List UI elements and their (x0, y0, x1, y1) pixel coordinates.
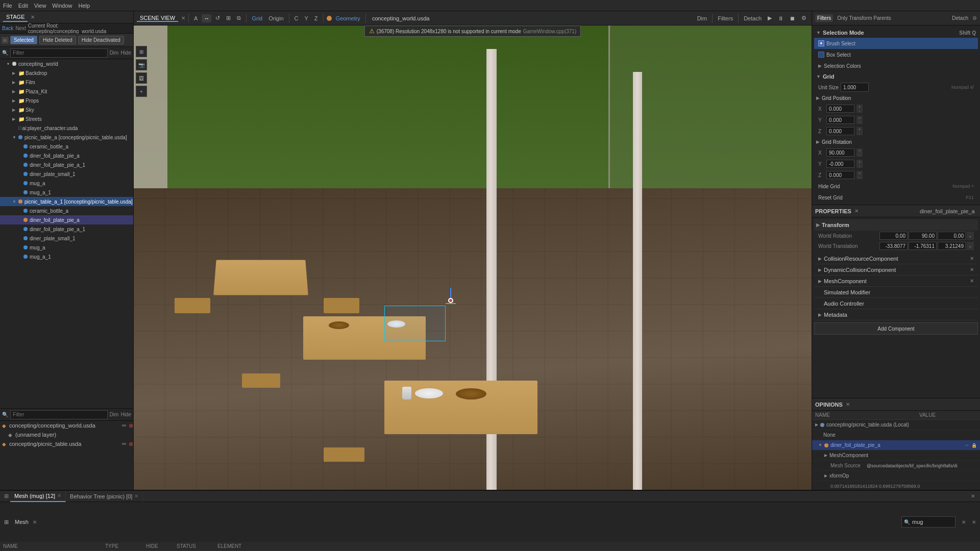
scene-view-tab[interactable]: SCENE VIEW (137, 15, 178, 22)
grid-y-minus[interactable]: - (856, 120, 863, 124)
scene-viewport[interactable]: ⚠ (36708) Resolution 2048x1280 is not su… (134, 26, 812, 490)
tree-item-ceramic2[interactable]: ceramic_bottle_a (0, 206, 133, 215)
comp-mesh[interactable]: ▶ MeshComponent ✕ (814, 276, 978, 287)
mesh-section-close[interactable]: ✕ (33, 519, 37, 525)
opinion-row-5[interactable]: ▶ xformOp (812, 471, 980, 481)
dim-btn[interactable]: Dim (695, 15, 709, 21)
comp-dynamic-coll-close[interactable]: ✕ (970, 267, 974, 272)
scene-view-tab-close[interactable]: ✕ (181, 15, 185, 21)
selection-colors-row[interactable]: ▶ Selection Colors (814, 60, 978, 71)
tree-item-diner1b[interactable]: diner_plate_small_1 (0, 169, 133, 179)
filters-settings-btn[interactable]: ⚙ (972, 15, 977, 21)
grid-rot-z-input[interactable] (826, 171, 854, 179)
grid-z-minus[interactable]: - (856, 131, 863, 135)
transform-btn-move[interactable]: ↔ (202, 14, 211, 22)
tree-item-mug1[interactable]: mug_a (0, 179, 133, 188)
grid-rot-y-input[interactable] (826, 160, 854, 168)
tree-item-mug2a[interactable]: mug_a_1 (0, 252, 133, 261)
filters-label[interactable]: Filters (716, 15, 735, 21)
menu-help[interactable]: Help (78, 3, 90, 9)
tree-item-picnic2[interactable]: ▼ picnic_table_a_1 [concepting/picnic_ta… (0, 197, 133, 206)
wt-z-input[interactable] (938, 242, 966, 250)
filters-title[interactable]: Filters (815, 14, 833, 22)
grid-z-plus[interactable]: + (856, 127, 863, 131)
axis-c-btn[interactable]: C (292, 15, 301, 21)
selection-mode-header[interactable]: ▼ Selection Mode Shift Q (814, 28, 978, 38)
detach-btn[interactable]: Detach (742, 14, 764, 22)
comp-mesh-close[interactable]: ✕ (970, 278, 974, 284)
tree-item-mug1a[interactable]: mug_a_1 (0, 188, 133, 197)
opinion-row-2[interactable]: ▼ diner_foil_plate_pie_a ✏ 🔒 (812, 440, 980, 450)
transform-header[interactable]: ▶ Transform (814, 219, 978, 231)
grid-rotz-minus[interactable]: - (856, 175, 863, 179)
layer-edit-0[interactable]: ✏ (122, 422, 127, 429)
grid-x-minus[interactable]: - (856, 109, 863, 113)
bottom-close-btn[interactable]: ✕ (972, 519, 976, 525)
wr-y-input[interactable] (909, 232, 937, 240)
tree-item-props[interactable]: ▶ 📁 Props (0, 96, 133, 105)
brush-select-row[interactable]: ✦ Brush Select (814, 38, 978, 49)
mesh-tab-close[interactable]: ✕ (57, 493, 61, 498)
geometry-btn[interactable]: Geometry (334, 15, 362, 21)
comp-collision-res-close[interactable]: ✕ (970, 256, 974, 261)
grid-rot-x-input[interactable] (826, 148, 854, 157)
hide-deleted-btn[interactable]: Hide Deleted (39, 36, 76, 44)
grid-rotz-plus[interactable]: + (856, 171, 863, 175)
pause-btn[interactable]: ⏸ (776, 14, 786, 22)
grid-roty-minus[interactable]: - (856, 164, 863, 168)
tree-item-ceramic1[interactable]: ceramic_bottle_a (0, 142, 133, 151)
grid-roty-plus[interactable]: + (856, 160, 863, 164)
grid-pos-header[interactable]: ▶ Grid Position (814, 93, 978, 103)
tree-item-film[interactable]: ▶ 📁 Film (0, 78, 133, 87)
opinion-row-1[interactable]: ▶ None (812, 430, 980, 440)
hide-grid-row[interactable]: Hide Grid Numpad + (814, 181, 978, 192)
opinion-row-3[interactable]: ▶ MeshComponent (812, 450, 980, 461)
mesh-tab[interactable]: Mesh (mug) [12] ✕ (10, 491, 66, 502)
grid-btn[interactable]: Grid (250, 15, 264, 21)
wt-y-input[interactable] (909, 242, 937, 250)
wr-x-input[interactable] (879, 232, 908, 240)
comp-audio[interactable]: ▶ Audio Controller (814, 298, 978, 309)
layer-del-2[interactable]: ⊗ (129, 441, 133, 447)
grid-rotx-minus[interactable]: - (856, 153, 863, 157)
spline-section-header[interactable]: ▼ Spline (814, 203, 978, 205)
hide-deactivated-btn[interactable]: Hide Deactivated (78, 36, 124, 44)
tree-item-mug2[interactable]: mug_a (0, 243, 133, 252)
transform-btn-a[interactable]: A (192, 14, 200, 22)
tree-item-player[interactable]: ▶ □ ai:player_character.usda (0, 123, 133, 133)
props-close[interactable]: ✕ (854, 208, 859, 214)
tree-item-diner1[interactable]: diner_foil_plate_pie_a (0, 151, 133, 160)
bottom-close-all[interactable]: ✕ (968, 493, 978, 499)
behavior-tab-close[interactable]: ✕ (134, 493, 138, 499)
axis-z-btn[interactable]: Z (312, 15, 320, 21)
mesh-search-bar[interactable]: 🔍 (901, 516, 955, 528)
grid-section-header[interactable]: ▼ Grid (814, 71, 978, 82)
menu-window[interactable]: Window (52, 3, 72, 9)
comp-dynamic-coll[interactable]: ▶ DynamicCollisionComponent ✕ (814, 264, 978, 276)
tree-item-picnic1[interactable]: ▼ picnic_table_a [concepting/picnic_tabl… (0, 133, 133, 142)
box-select-row[interactable]: Box Select (814, 49, 978, 60)
wt-x-input[interactable] (879, 242, 908, 250)
selected-btn[interactable]: Selected (10, 36, 37, 44)
tree-item-sky[interactable]: ▶ 📁 Sky (0, 105, 133, 114)
bottom-tabs-icon[interactable]: ⊞ (2, 493, 10, 499)
layers-hide[interactable]: Hide (120, 412, 131, 417)
comp-collision-res[interactable]: ▶ CollisionResourceComponent ✕ (814, 253, 978, 264)
wt-expand-btn[interactable]: ⌄ (967, 242, 974, 250)
overlay-render-btn[interactable]: 🖼 (136, 72, 147, 84)
layer-item-2[interactable]: ◆ concepting/picnic_table.usda ✏ ⊗ (0, 439, 133, 448)
tree-item-plazakit[interactable]: ▶ 📁 Plaza_Kit (0, 87, 133, 96)
stage-tab[interactable]: STAGE (3, 13, 28, 22)
tree-item-diner1a[interactable]: diner_foil_plate_pie_a_1 (0, 160, 133, 169)
menu-file[interactable]: File (3, 3, 12, 9)
grid-y-input[interactable] (826, 116, 854, 124)
grid-z-input[interactable] (826, 127, 854, 135)
overlay-camera-btn[interactable]: 📷 (136, 59, 147, 70)
comp-metadata[interactable]: ▶ Metadata (814, 309, 978, 320)
opinion-row-0[interactable]: ▶ concepting/picnic_table.usda (Local) (812, 420, 980, 430)
layer-item-1[interactable]: ◆ (unnamed layer) (0, 430, 133, 439)
stage-tab-close[interactable]: ✕ (31, 14, 35, 20)
comp-sim-mod[interactable]: ▶ Simulated Modifier (814, 287, 978, 298)
nav-next[interactable]: Next (15, 26, 26, 31)
axis-y-btn[interactable]: Y (303, 15, 310, 21)
